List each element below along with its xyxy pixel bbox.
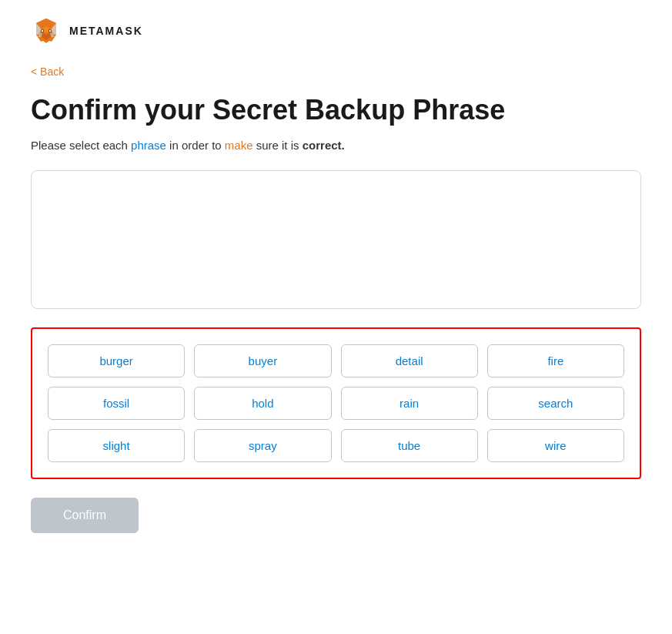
phrase-display-area [31, 170, 641, 309]
back-link[interactable]: < Back [31, 65, 64, 78]
highlight-correct: correct. [303, 139, 345, 152]
word-button[interactable]: hold [194, 387, 331, 420]
word-button[interactable]: tube [341, 429, 478, 462]
highlight-make: make [225, 139, 253, 152]
word-selection-container: burgerbuyerdetailfirefossilholdrainsearc… [31, 327, 641, 479]
word-button[interactable]: burger [48, 344, 185, 377]
svg-point-15 [42, 30, 43, 32]
highlight-phrase: phrase [131, 139, 166, 152]
app-logo-text: METAMASK [69, 25, 143, 37]
page-title: Confirm your Secret Backup Phrase [31, 93, 641, 126]
word-button[interactable]: spray [194, 429, 331, 462]
word-button[interactable]: search [487, 387, 624, 420]
svg-point-16 [49, 30, 51, 32]
app-header: METAMASK [31, 15, 641, 46]
word-button[interactable]: wire [487, 429, 624, 462]
metamask-logo-icon [31, 15, 62, 46]
word-grid: burgerbuyerdetailfirefossilholdrainsearc… [48, 344, 624, 462]
description-text: Please select each phrase in order to ma… [31, 139, 641, 152]
word-button[interactable]: slight [48, 429, 185, 462]
word-button[interactable]: fire [487, 344, 624, 377]
word-button[interactable]: fossil [48, 387, 185, 420]
word-button[interactable]: buyer [194, 344, 331, 377]
word-button[interactable]: rain [341, 387, 478, 420]
word-button[interactable]: detail [341, 344, 478, 377]
confirm-button[interactable]: Confirm [31, 498, 139, 533]
